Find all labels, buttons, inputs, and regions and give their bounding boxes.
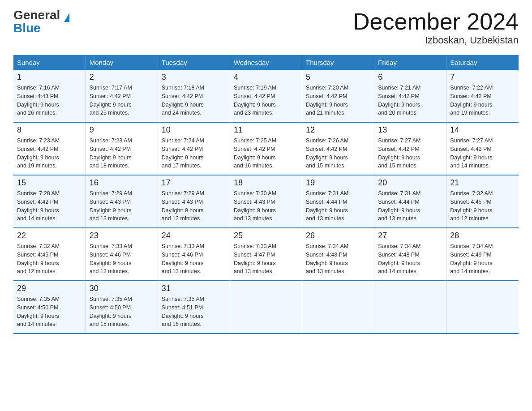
calendar-cell: 17Sunrise: 7:29 AMSunset: 4:43 PMDayligh… [158, 175, 230, 228]
calendar-cell [374, 281, 446, 334]
day-info: Sunrise: 7:19 AMSunset: 4:42 PMDaylight:… [234, 84, 298, 117]
day-info: Sunrise: 7:24 AMSunset: 4:42 PMDaylight:… [162, 137, 226, 170]
calendar-cell: 16Sunrise: 7:29 AMSunset: 4:43 PMDayligh… [86, 175, 158, 228]
day-info: Sunrise: 7:32 AMSunset: 4:45 PMDaylight:… [450, 189, 515, 223]
calendar-cell: 11Sunrise: 7:25 AMSunset: 4:42 PMDayligh… [230, 122, 302, 175]
day-number: 1 [17, 73, 82, 82]
calendar-cell: 2Sunrise: 7:17 AMSunset: 4:42 PMDaylight… [86, 70, 158, 122]
calendar-body: 1Sunrise: 7:16 AMSunset: 4:43 PMDaylight… [13, 70, 519, 334]
day-info: Sunrise: 7:35 AMSunset: 4:51 PMDaylight:… [162, 295, 226, 329]
day-info: Sunrise: 7:33 AMSunset: 4:46 PMDaylight:… [90, 242, 154, 276]
day-info: Sunrise: 7:16 AMSunset: 4:43 PMDaylight:… [17, 84, 82, 117]
calendar-cell: 6Sunrise: 7:21 AMSunset: 4:42 PMDaylight… [374, 70, 446, 122]
calendar-cell: 8Sunrise: 7:23 AMSunset: 4:42 PMDaylight… [13, 122, 86, 175]
day-info: Sunrise: 7:33 AMSunset: 4:46 PMDaylight:… [162, 242, 226, 276]
page-header: General Blue December 2024 Izboskan, Uzb… [13, 9, 519, 46]
day-number: 6 [378, 73, 442, 82]
day-number: 24 [162, 231, 226, 240]
calendar-cell: 29Sunrise: 7:35 AMSunset: 4:50 PMDayligh… [13, 281, 86, 334]
day-number: 23 [90, 231, 154, 240]
calendar-cell: 26Sunrise: 7:34 AMSunset: 4:48 PMDayligh… [302, 228, 374, 281]
calendar-cell: 12Sunrise: 7:26 AMSunset: 4:42 PMDayligh… [302, 122, 374, 175]
day-info: Sunrise: 7:34 AMSunset: 4:48 PMDaylight:… [306, 242, 370, 276]
day-info: Sunrise: 7:35 AMSunset: 4:50 PMDaylight:… [90, 295, 154, 329]
day-info: Sunrise: 7:27 AMSunset: 4:42 PMDaylight:… [378, 137, 442, 170]
day-info: Sunrise: 7:30 AMSunset: 4:43 PMDaylight:… [234, 189, 298, 223]
calendar-cell: 23Sunrise: 7:33 AMSunset: 4:46 PMDayligh… [86, 228, 158, 281]
title-area: December 2024 Izboskan, Uzbekistan [353, 9, 519, 46]
day-number: 21 [450, 178, 515, 188]
calendar-week-row: 29Sunrise: 7:35 AMSunset: 4:50 PMDayligh… [13, 281, 519, 334]
day-info: Sunrise: 7:33 AMSunset: 4:47 PMDaylight:… [234, 242, 298, 276]
day-number: 7 [450, 73, 515, 82]
day-number: 10 [162, 125, 226, 135]
day-info: Sunrise: 7:31 AMSunset: 4:44 PMDaylight:… [306, 189, 370, 223]
calendar-cell: 20Sunrise: 7:31 AMSunset: 4:44 PMDayligh… [374, 175, 446, 228]
logo-general-text: General [13, 8, 60, 22]
calendar-cell: 21Sunrise: 7:32 AMSunset: 4:45 PMDayligh… [446, 175, 519, 228]
day-info: Sunrise: 7:23 AMSunset: 4:42 PMDaylight:… [90, 137, 154, 170]
calendar-cell: 7Sunrise: 7:22 AMSunset: 4:42 PMDaylight… [446, 70, 519, 122]
calendar-cell: 10Sunrise: 7:24 AMSunset: 4:42 PMDayligh… [158, 122, 230, 175]
calendar-cell: 3Sunrise: 7:18 AMSunset: 4:42 PMDaylight… [158, 70, 230, 122]
calendar-week-row: 22Sunrise: 7:32 AMSunset: 4:45 PMDayligh… [13, 228, 519, 281]
header-sunday: Sunday [13, 55, 86, 70]
day-info: Sunrise: 7:27 AMSunset: 4:42 PMDaylight:… [450, 137, 515, 170]
day-number: 13 [378, 125, 442, 135]
calendar-cell: 15Sunrise: 7:28 AMSunset: 4:42 PMDayligh… [13, 175, 86, 228]
calendar-cell: 5Sunrise: 7:20 AMSunset: 4:42 PMDaylight… [302, 70, 374, 122]
calendar-cell: 27Sunrise: 7:34 AMSunset: 4:48 PMDayligh… [374, 228, 446, 281]
month-title: December 2024 [353, 9, 519, 34]
calendar-cell [230, 281, 302, 334]
calendar-cell [302, 281, 374, 334]
day-number: 22 [17, 231, 82, 240]
day-info: Sunrise: 7:29 AMSunset: 4:43 PMDaylight:… [162, 189, 226, 223]
day-number: 18 [234, 178, 298, 188]
day-info: Sunrise: 7:31 AMSunset: 4:44 PMDaylight:… [378, 189, 442, 223]
calendar-cell: 31Sunrise: 7:35 AMSunset: 4:51 PMDayligh… [158, 281, 230, 334]
day-number: 26 [306, 231, 370, 240]
day-info: Sunrise: 7:34 AMSunset: 4:49 PMDaylight:… [450, 242, 515, 276]
calendar-table: Sunday Monday Tuesday Wednesday Thursday… [13, 55, 519, 334]
calendar-week-row: 1Sunrise: 7:16 AMSunset: 4:43 PMDaylight… [13, 70, 519, 122]
header-saturday: Saturday [446, 55, 519, 70]
calendar-week-row: 15Sunrise: 7:28 AMSunset: 4:42 PMDayligh… [13, 175, 519, 228]
day-number: 4 [234, 73, 298, 82]
day-number: 16 [90, 178, 154, 188]
calendar-cell: 24Sunrise: 7:33 AMSunset: 4:46 PMDayligh… [158, 228, 230, 281]
calendar-cell: 13Sunrise: 7:27 AMSunset: 4:42 PMDayligh… [374, 122, 446, 175]
day-number: 2 [90, 73, 154, 82]
calendar-cell [446, 281, 519, 334]
header-wednesday: Wednesday [230, 55, 302, 70]
day-number: 8 [17, 125, 82, 135]
day-info: Sunrise: 7:35 AMSunset: 4:50 PMDaylight:… [17, 295, 82, 329]
day-number: 3 [162, 73, 226, 82]
day-number: 20 [378, 178, 442, 188]
calendar-cell: 28Sunrise: 7:34 AMSunset: 4:49 PMDayligh… [446, 228, 519, 281]
day-number: 15 [17, 178, 82, 188]
calendar-header: Sunday Monday Tuesday Wednesday Thursday… [13, 55, 519, 70]
calendar-cell: 25Sunrise: 7:33 AMSunset: 4:47 PMDayligh… [230, 228, 302, 281]
calendar-week-row: 8Sunrise: 7:23 AMSunset: 4:42 PMDaylight… [13, 122, 519, 175]
logo-blue-text: Blue [13, 21, 41, 35]
calendar-cell: 18Sunrise: 7:30 AMSunset: 4:43 PMDayligh… [230, 175, 302, 228]
calendar-cell: 9Sunrise: 7:23 AMSunset: 4:42 PMDaylight… [86, 122, 158, 175]
calendar-cell: 1Sunrise: 7:16 AMSunset: 4:43 PMDaylight… [13, 70, 86, 122]
header-tuesday: Tuesday [158, 55, 230, 70]
day-info: Sunrise: 7:26 AMSunset: 4:42 PMDaylight:… [306, 137, 370, 170]
day-info: Sunrise: 7:21 AMSunset: 4:42 PMDaylight:… [378, 84, 442, 117]
day-number: 5 [306, 73, 370, 82]
day-number: 31 [162, 284, 226, 293]
day-info: Sunrise: 7:34 AMSunset: 4:48 PMDaylight:… [378, 242, 442, 276]
day-number: 28 [450, 231, 515, 240]
days-header-row: Sunday Monday Tuesday Wednesday Thursday… [13, 55, 519, 70]
day-number: 9 [90, 125, 154, 135]
day-number: 14 [450, 125, 515, 135]
day-info: Sunrise: 7:17 AMSunset: 4:42 PMDaylight:… [90, 84, 154, 117]
day-number: 12 [306, 125, 370, 135]
day-info: Sunrise: 7:28 AMSunset: 4:42 PMDaylight:… [17, 189, 82, 223]
header-monday: Monday [86, 55, 158, 70]
day-info: Sunrise: 7:20 AMSunset: 4:42 PMDaylight:… [306, 84, 370, 117]
calendar-cell: 14Sunrise: 7:27 AMSunset: 4:42 PMDayligh… [446, 122, 519, 175]
day-info: Sunrise: 7:29 AMSunset: 4:43 PMDaylight:… [90, 189, 154, 223]
